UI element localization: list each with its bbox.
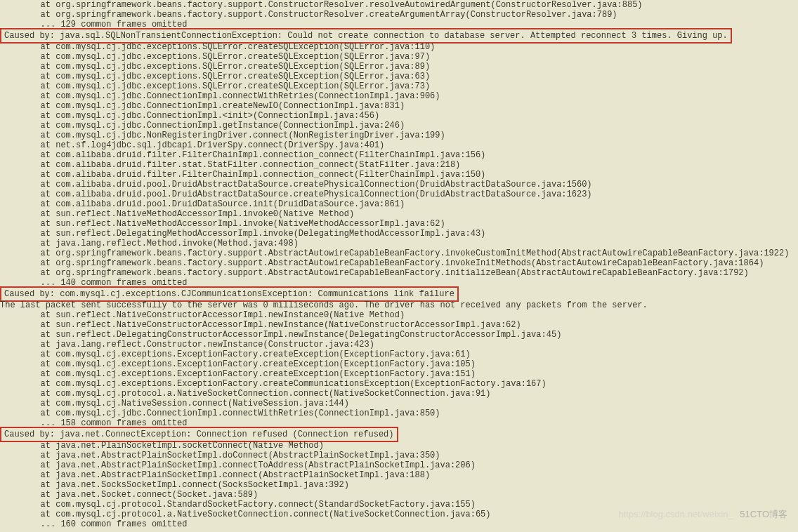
log-line: at java.net.SocksSocketImpl.connect(Sock…: [0, 480, 798, 490]
log-line: at com.alibaba.druid.pool.DruidAbstractD…: [0, 189, 798, 199]
caused-by-line: Caused by: java.sql.SQLNonTransientConne…: [0, 28, 732, 44]
log-line: at com.mysql.cj.exceptions.ExceptionFact…: [0, 379, 798, 389]
log-line: at com.mysql.cj.jdbc.ConnectionImpl.getI…: [0, 121, 798, 131]
log-line: at com.mysql.cj.jdbc.exceptions.SQLError…: [0, 81, 798, 91]
log-line: at sun.reflect.NativeMethodAccessorImpl.…: [0, 209, 798, 219]
log-line: at com.mysql.cj.exceptions.ExceptionFact…: [0, 350, 798, 359]
log-line: at com.mysql.cj.jdbc.ConnectionImpl.conn…: [0, 408, 798, 418]
log-line: at java.lang.reflect.Constructor.newInst…: [0, 340, 798, 350]
log-line: at sun.reflect.DelegatingConstructorAcce…: [0, 330, 798, 340]
log-line: at org.springframework.beans.factory.sup…: [0, 248, 798, 258]
log-line: at com.mysql.cj.jdbc.NonRegisteringDrive…: [0, 131, 798, 140]
log-line: at com.alibaba.druid.filter.FilterChainI…: [0, 150, 798, 160]
log-line: at com.mysql.cj.jdbc.ConnectionImpl.crea…: [0, 101, 798, 111]
log-line: at net.sf.log4jdbc.sql.jdbcapi.DriverSpy…: [0, 140, 798, 150]
log-line: at com.mysql.cj.jdbc.exceptions.SQLError…: [0, 52, 798, 62]
caused-by-line: Caused by: java.net.ConnectException: Co…: [0, 427, 398, 442]
log-line: at org.springframework.beans.factory.sup…: [0, 0, 798, 10]
log-line: at com.mysql.cj.jdbc.exceptions.SQLError…: [0, 42, 798, 52]
log-line: at java.net.AbstractPlainSocketImpl.conn…: [0, 460, 798, 470]
stack-trace-log: at org.springframework.beans.factory.sup…: [0, 0, 798, 529]
log-line: at java.net.Socket.connect(Socket.java:5…: [0, 490, 798, 500]
log-line: at com.mysql.cj.jdbc.ConnectionImpl.<ini…: [0, 111, 798, 121]
log-line: at com.mysql.cj.exceptions.ExceptionFact…: [0, 369, 798, 379]
log-line: at sun.reflect.NativeConstructorAccessor…: [0, 320, 798, 330]
log-line: at java.net.PlainSocketImpl.socketConnec…: [0, 441, 798, 451]
log-line: at com.mysql.cj.protocol.a.NativeSocketC…: [0, 389, 798, 399]
log-line: at com.alibaba.druid.filter.FilterChainI…: [0, 170, 798, 180]
log-line: at com.alibaba.druid.filter.stat.StatFil…: [0, 160, 798, 170]
caused-by-line: Caused by: com.mysql.cj.exceptions.CJCom…: [0, 286, 459, 302]
log-line: at sun.reflect.NativeMethodAccessorImpl.…: [0, 219, 798, 229]
log-line: at sun.reflect.NativeConstructorAccessor…: [0, 310, 798, 320]
log-line: ... 160 common frames omitted: [0, 519, 798, 529]
log-line: at org.springframework.beans.factory.sup…: [0, 258, 798, 268]
log-line: at com.mysql.cj.jdbc.exceptions.SQLError…: [0, 62, 798, 72]
log-line: at org.springframework.beans.factory.sup…: [0, 10, 798, 20]
log-line: at java.net.AbstractPlainSocketImpl.conn…: [0, 470, 798, 480]
log-line: at com.alibaba.druid.pool.DruidAbstractD…: [0, 180, 798, 189]
log-line: at com.alibaba.druid.pool.DruidDataSourc…: [0, 199, 798, 209]
log-line: at com.mysql.cj.NativeSession.connect(Na…: [0, 399, 798, 408]
log-line: at com.mysql.cj.exceptions.ExceptionFact…: [0, 359, 798, 369]
log-line: at java.lang.reflect.Method.invoke(Metho…: [0, 239, 798, 248]
log-line: The last packet sent successfully to the…: [0, 300, 798, 310]
log-line: at com.mysql.cj.jdbc.ConnectionImpl.conn…: [0, 91, 798, 101]
log-line: at sun.reflect.DelegatingMethodAccessorI…: [0, 229, 798, 239]
log-line: at com.mysql.cj.protocol.a.NativeSocketC…: [0, 510, 798, 519]
log-line: at com.mysql.cj.protocol.StandardSocketF…: [0, 500, 798, 510]
log-line: at org.springframework.beans.factory.sup…: [0, 268, 798, 278]
log-line: at java.net.AbstractPlainSocketImpl.doCo…: [0, 451, 798, 460]
log-line: at com.mysql.cj.jdbc.exceptions.SQLError…: [0, 72, 798, 81]
